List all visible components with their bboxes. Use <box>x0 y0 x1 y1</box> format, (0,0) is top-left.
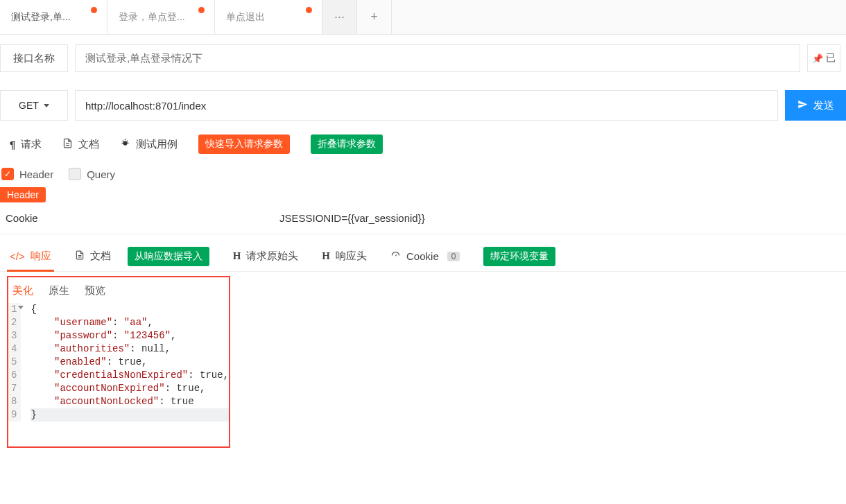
url-row: GET 发送 <box>0 86 846 125</box>
name-label: 接口名称 <box>0 44 68 72</box>
param-section-checks: ✓ Header Query <box>0 161 846 187</box>
fold-icon[interactable] <box>18 306 24 309</box>
document-tabs-bar: 测试登录,单... 登录，单点登... 单点退出 ··· + <box>0 0 846 35</box>
tab-request[interactable]: ¶ 请求 <box>10 138 42 151</box>
resp-tab-resp-header[interactable]: H 响应头 <box>322 241 367 271</box>
svg-line-7 <box>127 141 128 141</box>
pin-icon: 📌 <box>812 53 823 64</box>
resp-tab-doc[interactable]: 文档 <box>75 241 111 271</box>
collapse-params-button[interactable]: 折叠请求参数 <box>311 134 383 154</box>
dirty-dot-icon <box>91 7 97 13</box>
resp-tab-label: 请求原始头 <box>246 250 298 263</box>
response-code-editor[interactable]: 1 2 3 4 5 6 7 8 9 { "username": "aa", "p… <box>8 303 229 422</box>
tab-doc[interactable]: 文档 <box>62 138 99 151</box>
ellipsis-icon: ··· <box>334 10 345 24</box>
resp-tab-label: 响应头 <box>336 250 367 263</box>
view-tab-beautify[interactable]: 美化 <box>12 284 33 297</box>
import-from-response-button[interactable]: 从响应数据导入 <box>128 247 209 266</box>
resp-tab-cookie[interactable]: Cookie 0 <box>390 242 460 271</box>
svg-line-6 <box>123 141 123 141</box>
bind-env-button[interactable]: 绑定环境变量 <box>483 247 555 266</box>
code-content: { "username": "aa", "password": "123456"… <box>21 303 229 422</box>
doc-tab-label: 单点退出 <box>226 11 265 24</box>
checkbox-header[interactable]: ✓ Header <box>1 168 53 180</box>
dirty-dot-icon <box>198 7 205 13</box>
line-gutter: 1 2 3 4 5 6 7 8 9 <box>8 303 21 422</box>
view-tab-raw[interactable]: 原生 <box>49 284 69 297</box>
response-tabs: </> 响应 文档 从响应数据导入 H 请求原始头 H 响应头 Cookie 0… <box>0 241 846 272</box>
file-icon <box>75 250 85 262</box>
letter-h-icon: H <box>233 250 241 262</box>
checkbox-query[interactable]: Query <box>69 168 115 180</box>
http-method-select[interactable]: GET <box>0 90 68 121</box>
resp-tab-response[interactable]: </> 响应 <box>10 241 51 271</box>
paper-plane-icon <box>797 99 808 112</box>
api-name-input[interactable] <box>75 44 800 72</box>
checkbox-checked-icon: ✓ <box>1 168 14 180</box>
doc-tab-1[interactable]: 登录，单点登... <box>107 0 215 34</box>
doc-tab-label: 登录，单点登... <box>119 11 185 24</box>
svg-point-2 <box>123 141 128 145</box>
checkbox-label: Header <box>19 168 53 180</box>
header-table-row: Cookie JSESSIONID={{var_sessionid}} <box>0 202 846 234</box>
resp-tab-label: 响应 <box>31 250 51 263</box>
resp-tab-label: 文档 <box>90 250 111 263</box>
url-input[interactable] <box>75 90 778 121</box>
paragraph-icon: ¶ <box>10 139 15 150</box>
response-view-tabs: 美化 原生 预览 <box>8 281 229 303</box>
file-icon <box>62 138 73 150</box>
tab-label: 文档 <box>78 138 99 151</box>
tab-testcase[interactable]: 测试用例 <box>120 138 178 151</box>
checkbox-unchecked-icon <box>69 168 81 180</box>
method-value: GET <box>19 100 39 111</box>
cookie-count-badge: 0 <box>447 252 460 261</box>
plus-icon: + <box>370 10 378 24</box>
dashboard-icon <box>390 250 401 263</box>
letter-h-icon: H <box>322 250 330 262</box>
resp-tab-label: Cookie <box>406 250 439 262</box>
doc-tab-0[interactable]: 测试登录,单... <box>0 0 107 34</box>
chevron-down-icon <box>44 104 49 107</box>
dirty-dot-icon <box>306 7 312 13</box>
send-button[interactable]: 发送 <box>785 90 846 121</box>
resp-tab-raw-header[interactable]: H 请求原始头 <box>233 241 299 271</box>
doc-tab-label: 测试登录,单... <box>11 11 71 24</box>
send-label: 发送 <box>813 99 834 112</box>
bug-icon <box>120 138 130 150</box>
tab-label: 测试用例 <box>136 138 178 151</box>
name-row: 接口名称 📌 已 <box>0 39 846 78</box>
quick-import-button[interactable]: 快速导入请求参数 <box>198 134 290 154</box>
request-action-row: ¶ 请求 文档 测试用例 快速导入请求参数 折叠请求参数 <box>0 125 846 161</box>
tab-label: 请求 <box>21 138 42 151</box>
tab-more-button[interactable]: ··· <box>322 0 357 34</box>
view-tab-preview[interactable]: 预览 <box>85 284 105 297</box>
header-section-badge: Header <box>0 187 46 202</box>
response-body-panel: 美化 原生 预览 1 2 3 4 5 6 7 8 9 { "username":… <box>7 276 230 448</box>
code-icon: </> <box>10 250 25 262</box>
header-value[interactable]: JSESSIONID={{var_sessionid}} <box>279 212 840 224</box>
tab-add-button[interactable]: + <box>357 0 392 34</box>
pin-button[interactable]: 📌 已 <box>807 44 840 72</box>
header-key[interactable]: Cookie <box>6 212 279 224</box>
checkbox-label: Query <box>87 168 115 180</box>
pin-label: 已 <box>826 52 836 64</box>
doc-tab-2[interactable]: 单点退出 <box>215 0 322 34</box>
